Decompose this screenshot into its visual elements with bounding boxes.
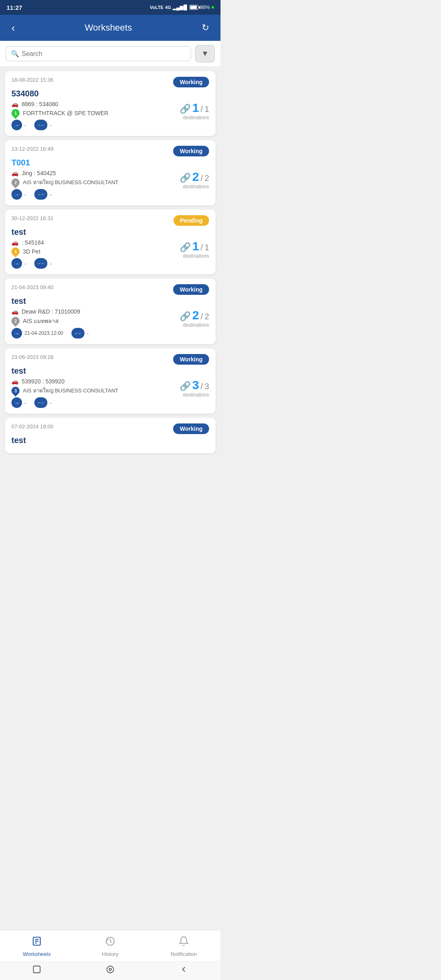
- start-arrow-3: →: [11, 258, 22, 269]
- start-arrow-5: →: [11, 397, 22, 408]
- volte-icon: VoLTE: [150, 5, 163, 10]
- card-1-vehicle: 🚗 8869 : 534080: [11, 101, 180, 107]
- card-5-status: Working: [173, 354, 209, 365]
- dest-label-2: destinations: [183, 184, 209, 189]
- car-icon-1: 🚗: [11, 101, 18, 107]
- status-bar: 11:27 VoLTE 4G ▂▄▆█ 86%: [0, 0, 220, 15]
- card-1-destinations: 🔗 1 / 1 destinations: [180, 101, 209, 120]
- card-2-title: T001: [11, 158, 209, 167]
- end-arrow-4: ···→: [71, 328, 85, 339]
- card-1-status: Working: [173, 77, 209, 87]
- card-3-status: Pending: [174, 215, 209, 226]
- dest-icon-4: 🔗: [180, 311, 191, 322]
- dest-icon-5: 🔗: [180, 381, 191, 392]
- card-1-date: 18-08-2022 15:36: [11, 77, 53, 83]
- card-6-date: 07-02-2024 19:00: [11, 423, 53, 430]
- pin-1: 1: [10, 107, 21, 119]
- dest-total-4: 2: [205, 312, 209, 321]
- card-3-header: 30-12-2022 16:31 Pending: [11, 215, 209, 226]
- card-2-date: 13-12-2022 16:49: [11, 146, 53, 152]
- pin-5: 3: [10, 385, 21, 396]
- card-6-title: test: [11, 436, 209, 445]
- dest-label-3: destinations: [183, 253, 209, 259]
- card-4-date: 21-04-2023 09:40: [11, 284, 53, 290]
- dest-count-4: 2: [192, 308, 199, 322]
- card-1-travel: → - ···→ -: [11, 120, 180, 130]
- dest-label-5: destinations: [183, 392, 209, 398]
- card-4-destinations: 🔗 2 / 2 destinations: [180, 308, 209, 328]
- end-arrow-5: ···→: [34, 397, 47, 408]
- card-2-location: 2 AIS หาดใหญ่ BUSINESS CONSULTANT: [11, 178, 180, 187]
- battery-percent: 86%: [200, 4, 210, 10]
- card-1-header: 18-08-2022 15:36 Working: [11, 77, 209, 87]
- card-4-travel: → 21-04-2023 12:00 ···→ -: [11, 328, 180, 339]
- pin-2: 2: [10, 176, 21, 188]
- 4g-icon: 4G: [165, 5, 171, 10]
- search-input[interactable]: [22, 50, 186, 58]
- dest-count-3: 1: [192, 239, 199, 253]
- status-icons: VoLTE 4G ▂▄▆█ 86%: [150, 4, 214, 10]
- card-2-status: Working: [173, 146, 209, 156]
- header: ‹ Worksheets ↻: [0, 15, 220, 41]
- card-5-location: 3 AIS หาดใหญ่ BUSINESS CONSULTANT: [11, 386, 180, 395]
- card-2-vehicle: 🚗 Jing : 540425: [11, 170, 180, 176]
- card-4-vehicle: 🚗 Deaw R&D : 71010009: [11, 308, 180, 315]
- card-5-header: 23-06-2023 09:28 Working: [11, 354, 209, 365]
- end-arrow-2: ···→: [34, 189, 47, 200]
- card-6-header: 07-02-2024 19:00 Working: [11, 423, 209, 434]
- card-5-date: 23-06-2023 09:28: [11, 354, 53, 360]
- worksheet-card-1[interactable]: 18-08-2022 15:36 Working 534080 🚗 8869 :…: [5, 71, 216, 136]
- card-4-header: 21-04-2023 09:40 Working: [11, 284, 209, 295]
- end-arrow-3: ···→: [34, 258, 47, 269]
- card-5-destinations: 🔗 3 / 3 destinations: [180, 378, 209, 398]
- dest-count-5: 3: [192, 378, 199, 392]
- search-bar: 🔍 ▼: [0, 41, 220, 67]
- worksheet-card-3[interactable]: 30-12-2022 16:31 Pending test 🚗 : 545184…: [5, 209, 216, 274]
- dest-total-2: 2: [205, 174, 209, 183]
- dest-total-3: 1: [205, 243, 209, 252]
- card-3-location: 1 3D Pet: [11, 247, 180, 256]
- card-5-vehicle: 🚗 539920 : 539920: [11, 378, 180, 385]
- online-dot: [212, 6, 214, 9]
- car-icon-5: 🚗: [11, 378, 18, 385]
- dest-label-4: destinations: [183, 322, 209, 328]
- cards-list: 18-08-2022 15:36 Working 534080 🚗 8869 :…: [0, 67, 220, 510]
- search-input-wrap: 🔍: [6, 46, 191, 61]
- dest-total-1: 1: [205, 105, 209, 114]
- card-2-header: 13-12-2022 16:49 Working: [11, 146, 209, 156]
- filter-button[interactable]: ▼: [195, 45, 215, 62]
- worksheet-card-2[interactable]: 13-12-2022 16:49 Working T001 🚗 Jing : 5…: [5, 140, 216, 205]
- back-button[interactable]: ‹: [8, 20, 18, 36]
- filter-icon: ▼: [201, 49, 209, 58]
- end-arrow-1: ···→: [34, 120, 47, 130]
- start-arrow-4: →: [11, 328, 22, 339]
- status-time: 11:27: [7, 4, 22, 11]
- car-icon-4: 🚗: [11, 308, 18, 315]
- worksheet-card-6[interactable]: 07-02-2024 19:00 Working test: [5, 418, 216, 453]
- card-4-title: test: [11, 296, 209, 306]
- dest-label-1: destinations: [183, 115, 209, 120]
- refresh-button[interactable]: ↻: [198, 21, 212, 35]
- dest-total-5: 3: [205, 382, 209, 391]
- worksheet-card-5[interactable]: 23-06-2023 09:28 Working test 🚗 539920 :…: [5, 348, 216, 414]
- card-3-travel: → - ···→ -: [11, 258, 180, 269]
- pin-3: 1: [10, 246, 21, 257]
- card-4-location: 2 AIS แมทพลาส: [11, 316, 180, 325]
- card-5-title: test: [11, 366, 209, 376]
- card-4-status: Working: [173, 284, 209, 295]
- battery-icon: [189, 5, 198, 10]
- card-2-destinations: 🔗 2 / 2 destinations: [180, 170, 209, 189]
- page-title: Worksheets: [85, 22, 132, 33]
- card-3-title: test: [11, 227, 209, 237]
- card-3-date: 30-12-2022 16:31: [11, 215, 53, 221]
- pin-4: 2: [10, 315, 21, 327]
- dest-count-2: 2: [192, 170, 199, 184]
- card-2-travel: → - ···→ -: [11, 189, 180, 200]
- worksheet-card-4[interactable]: 21-04-2023 09:40 Working test 🚗 Deaw R&D…: [5, 278, 216, 344]
- start-arrow-1: →: [11, 120, 22, 130]
- dest-count-1: 1: [192, 101, 199, 115]
- car-icon-2: 🚗: [11, 170, 18, 176]
- card-3-vehicle: 🚗 : 545184: [11, 239, 180, 246]
- dest-icon-3: 🔗: [180, 242, 191, 253]
- card-6-status: Working: [173, 423, 209, 434]
